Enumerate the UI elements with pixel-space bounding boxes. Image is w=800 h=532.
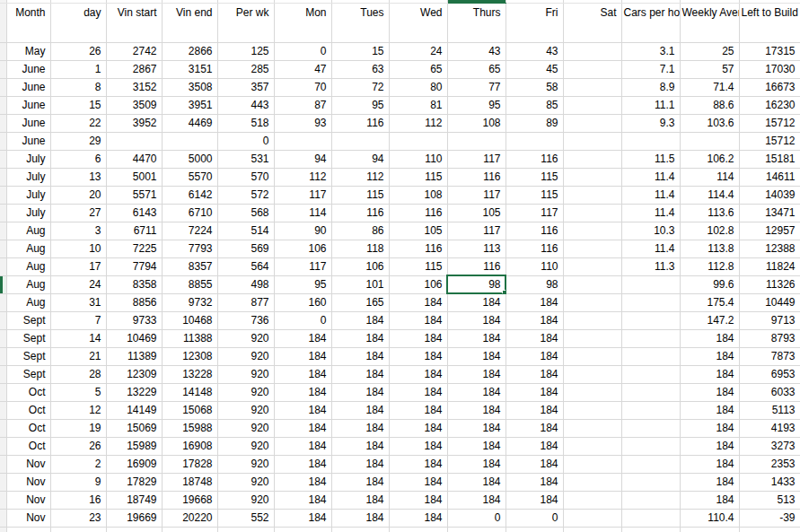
cell-sat[interactable] (563, 491, 621, 509)
cell-cars-per-hour[interactable] (621, 132, 680, 150)
cell-per-wk[interactable]: 920 (217, 455, 274, 473)
cell-wed[interactable]: 184 (389, 329, 447, 347)
column-header-thurs[interactable]: Thurs (447, 3, 505, 42)
cell-per-wk[interactable]: 877 (217, 293, 274, 311)
cell-vin-start[interactable]: 14149 (106, 401, 162, 419)
cell-vin-start[interactable]: 3952 (106, 114, 162, 132)
cell-cars-per-hour[interactable]: 11.1 (621, 96, 680, 114)
cell-sat[interactable] (563, 186, 621, 204)
cell-thurs[interactable]: 184 (447, 311, 505, 329)
cell-left-to-build[interactable]: 14039 (739, 186, 800, 204)
cell-day[interactable]: 16 (50, 491, 106, 509)
cell-tues[interactable]: 94 (331, 150, 389, 168)
cell-weekly-average[interactable]: 112.8 (680, 257, 739, 275)
cell-mon[interactable]: 93 (274, 114, 331, 132)
cell-mon[interactable]: 94 (274, 150, 331, 168)
cell-month[interactable]: May (6, 42, 50, 60)
cell-weekly-average[interactable]: 114 (680, 168, 739, 186)
cell-mon[interactable]: 0 (274, 311, 331, 329)
cell-weekly-average[interactable]: 113.6 (680, 204, 739, 222)
cell-month[interactable]: Aug (6, 257, 50, 275)
cell-vin-end[interactable]: 6142 (162, 186, 217, 204)
cell-weekly-average[interactable]: 184 (680, 383, 739, 401)
cell-sat[interactable] (563, 132, 621, 150)
cell-left-to-build[interactable]: 3273 (739, 437, 800, 455)
cell-fri[interactable]: 116 (505, 222, 563, 240)
column-header-mon[interactable]: Mon (274, 3, 331, 42)
cell-day[interactable]: 19 (50, 419, 106, 437)
cell-day[interactable]: 20 (50, 186, 106, 204)
cell-cars-per-hour[interactable]: 11.4 (621, 168, 680, 186)
cell-vin-start[interactable]: 8358 (106, 275, 162, 293)
cell-vin-end[interactable]: 4469 (162, 114, 217, 132)
cell-fri[interactable]: 184 (505, 401, 563, 419)
cell-fri[interactable]: 43 (505, 42, 563, 60)
cell-vin-end[interactable]: 8357 (162, 257, 217, 275)
empty-cell[interactable] (217, 527, 274, 532)
cell-day[interactable]: 24 (50, 275, 106, 293)
empty-cell[interactable] (6, 527, 50, 532)
cell-per-wk[interactable]: 920 (217, 491, 274, 509)
cell-tues[interactable]: 165 (331, 293, 389, 311)
cell-tues[interactable]: 86 (331, 222, 389, 240)
cell-vin-end[interactable]: 19668 (162, 491, 217, 509)
cell-vin-end[interactable]: 11388 (162, 329, 217, 347)
column-header-vin-start[interactable]: Vin start (106, 3, 162, 42)
cell-thurs[interactable]: 113 (447, 240, 505, 257)
cell-day[interactable]: 17 (50, 257, 106, 275)
cell-vin-start[interactable]: 6143 (106, 204, 162, 222)
cell-sat[interactable] (563, 347, 621, 365)
cell-mon[interactable] (274, 132, 331, 150)
cell-mon[interactable]: 160 (274, 293, 331, 311)
cell-left-to-build[interactable]: 513 (739, 491, 800, 509)
cell-vin-start[interactable]: 9733 (106, 311, 162, 329)
cell-tues[interactable]: 63 (331, 60, 389, 78)
cell-wed[interactable]: 184 (389, 473, 447, 491)
cell-wed[interactable]: 184 (389, 383, 447, 401)
cell-day[interactable]: 23 (50, 509, 106, 527)
empty-cell[interactable] (563, 527, 621, 532)
cell-vin-end[interactable]: 18748 (162, 473, 217, 491)
cell-wed[interactable]: 184 (389, 419, 447, 437)
cell-wed[interactable]: 115 (389, 257, 447, 275)
cell-vin-end[interactable]: 5000 (162, 150, 217, 168)
cell-fri[interactable]: 184 (505, 383, 563, 401)
cell-day[interactable]: 1 (50, 60, 106, 78)
cell-thurs[interactable]: 184 (447, 473, 505, 491)
cell-cars-per-hour[interactable]: 11.3 (621, 257, 680, 275)
cell-vin-start[interactable]: 5001 (106, 168, 162, 186)
cell-cars-per-hour[interactable] (621, 311, 680, 329)
empty-cell[interactable] (162, 527, 217, 532)
column-header-weekly-average[interactable]: Weekly Average (680, 3, 739, 42)
cell-wed[interactable]: 184 (389, 455, 447, 473)
cell-weekly-average[interactable]: 103.6 (680, 114, 739, 132)
cell-thurs[interactable] (447, 132, 505, 150)
cell-per-wk[interactable]: 514 (217, 222, 274, 240)
cell-tues[interactable] (331, 132, 389, 150)
cell-month[interactable]: Nov (6, 491, 50, 509)
cell-wed[interactable]: 116 (389, 204, 447, 222)
cell-mon[interactable]: 184 (274, 365, 331, 383)
cell-day[interactable]: 26 (50, 42, 106, 60)
cell-weekly-average[interactable]: 113.8 (680, 240, 739, 257)
cell-vin-end[interactable]: 15988 (162, 419, 217, 437)
cell-tues[interactable]: 95 (331, 96, 389, 114)
cell-fri[interactable]: 184 (505, 473, 563, 491)
column-header-sat[interactable]: Sat (563, 3, 621, 42)
cell-left-to-build[interactable]: 6033 (739, 383, 800, 401)
cell-left-to-build[interactable]: 15712 (739, 132, 800, 150)
cell-wed[interactable]: 112 (389, 114, 447, 132)
cell-fri[interactable]: 115 (505, 168, 563, 186)
cell-mon[interactable]: 184 (274, 455, 331, 473)
column-header-left-to-build[interactable]: Left to Build (739, 3, 800, 42)
cell-tues[interactable]: 184 (331, 401, 389, 419)
cell-day[interactable]: 26 (50, 437, 106, 455)
cell-left-to-build[interactable]: 9713 (739, 311, 800, 329)
empty-cell[interactable] (739, 527, 800, 532)
cell-fri[interactable]: 184 (505, 365, 563, 383)
cell-day[interactable]: 28 (50, 365, 106, 383)
cell-vin-start[interactable]: 13229 (106, 383, 162, 401)
cell-day[interactable]: 31 (50, 293, 106, 311)
cell-per-wk[interactable]: 498 (217, 275, 274, 293)
cell-mon[interactable]: 184 (274, 383, 331, 401)
